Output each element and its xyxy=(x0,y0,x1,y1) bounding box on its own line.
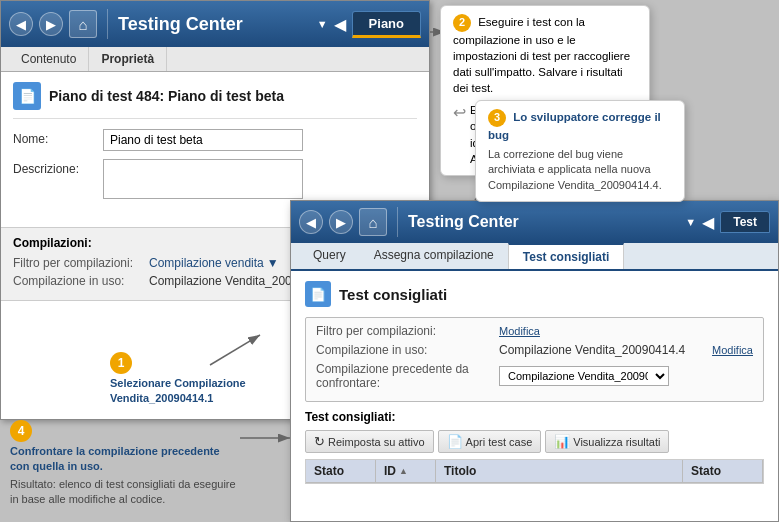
callout-num-2: 2 xyxy=(453,14,471,32)
callout-4-link[interactable]: Confrontare la compilazione precedenteco… xyxy=(10,444,240,474)
desc-label: Descrizione: xyxy=(13,159,93,176)
test-consigliati-label: Test consigliati: xyxy=(305,410,764,424)
back-sub-tabs: Contenuto Proprietà xyxy=(1,47,429,72)
prev-comp-select[interactable]: Compilazione Vendita_20090414.1 xyxy=(499,366,669,386)
front-nav-triangle[interactable]: ◀ xyxy=(702,213,714,232)
filter-header-label: Filtro per compilazioni: xyxy=(316,324,491,338)
front-sub-tabs: Query Assegna compilazione Test consigli… xyxy=(291,243,778,271)
comp-in-uso-front-label: Compilazione in uso: xyxy=(316,343,491,357)
sub-tab-contenuto[interactable]: Contenuto xyxy=(9,47,89,71)
filter-box: Filtro per compilazioni: Modifica Compil… xyxy=(305,317,764,402)
front-tab-assegna[interactable]: Assegna compilazione xyxy=(360,243,508,269)
callout-3-body: La correzione del bug viene archiviata e… xyxy=(488,147,672,193)
front-section-title: 📄 Test consigliati xyxy=(305,281,764,307)
th-titolo: Titolo xyxy=(436,460,683,482)
filtro-select[interactable]: Compilazione vendita ▼ xyxy=(149,256,279,270)
th-id[interactable]: ID ▲ xyxy=(376,460,436,482)
reimposta-btn[interactable]: ↻ Reimposta su attivo xyxy=(305,430,434,453)
comp-in-uso-front-value: Compilazione Vendita_20090414.4 xyxy=(499,343,704,357)
front-tab-test[interactable]: Test xyxy=(720,211,770,233)
front-panel-title: Testing Center xyxy=(408,213,679,231)
front-title-dropdown[interactable]: ▼ xyxy=(685,216,696,228)
nome-input[interactable] xyxy=(103,129,303,151)
front-home-btn[interactable]: ⌂ xyxy=(359,208,387,236)
filter-header-row: Filtro per compilazioni: Modifica xyxy=(316,324,753,338)
filtro-label: Filtro per compilazioni: xyxy=(13,256,143,270)
nav-triangle-left[interactable]: ◀ xyxy=(334,15,346,34)
home-btn[interactable]: ⌂ xyxy=(69,10,97,38)
filtro-dropdown-icon[interactable]: ▼ xyxy=(267,256,279,270)
results-table: Stato ID ▲ Titolo Stato xyxy=(305,459,764,484)
callout-num-3: 3 xyxy=(488,109,506,127)
front-tab-query[interactable]: Query xyxy=(299,243,360,269)
th-stato: Stato xyxy=(306,460,376,482)
apri-test-icon: 📄 xyxy=(447,434,463,449)
apri-test-label: Apri test case xyxy=(466,436,533,448)
reimposta-label: Reimposta su attivo xyxy=(328,436,425,448)
callout-2-body: Eseguire i test con la compilazione in u… xyxy=(453,16,630,94)
filter-header-link[interactable]: Modifica xyxy=(499,325,540,337)
visualizza-btn[interactable]: 📊 Visualizza risultati xyxy=(545,430,669,453)
plan-title: Piano di test 484: Piano di test beta xyxy=(49,88,284,104)
plan-header: 📄 Piano di test 484: Piano di test beta xyxy=(13,82,417,119)
plan-icon: 📄 xyxy=(13,82,41,110)
reimposta-icon: ↻ xyxy=(314,434,325,449)
prev-comp-select-wrap: Compilazione Vendita_20090414.1 xyxy=(499,366,669,386)
front-tab-consigliati[interactable]: Test consigliati xyxy=(508,243,624,269)
visualizza-icon: 📊 xyxy=(554,434,570,449)
toolbar-row: ↻ Reimposta su attivo 📄 Apri test case 📊… xyxy=(305,430,764,453)
front-panel-header: ◀ ▶ ⌂ Testing Center ▼ ◀ Test xyxy=(291,201,778,243)
comp-in-uso-label: Compilazione in uso: xyxy=(13,274,143,288)
nome-label: Nome: xyxy=(13,129,93,146)
prev-comp-row: Compilazione precedente da confrontare: … xyxy=(316,362,753,390)
desc-row: Descrizione: xyxy=(13,159,417,199)
front-back-btn[interactable]: ◀ xyxy=(299,210,323,234)
title-dropdown-icon[interactable]: ▼ xyxy=(317,18,328,30)
callout-1-link[interactable]: Selezionare CompilazioneVendita_20090414… xyxy=(110,376,246,406)
visualizza-label: Visualizza risultati xyxy=(573,436,660,448)
comp-in-uso-front-row: Compilazione in uso: Compilazione Vendit… xyxy=(316,343,753,357)
front-section-icon: 📄 xyxy=(305,281,331,307)
forward-nav-btn[interactable]: ▶ xyxy=(39,12,63,36)
th-stato2: Stato xyxy=(683,460,763,482)
front-panel: ◀ ▶ ⌂ Testing Center ▼ ◀ Test Query Asse… xyxy=(290,200,779,522)
piano-tab[interactable]: Piano xyxy=(352,11,421,38)
callout-1-area: 1 Selezionare CompilazioneVendita_200904… xyxy=(110,352,246,406)
front-forward-btn[interactable]: ▶ xyxy=(329,210,353,234)
table-header: Stato ID ▲ Titolo Stato xyxy=(306,460,763,483)
back-panel-content: 📄 Piano di test 484: Piano di test beta … xyxy=(1,72,429,217)
callout-4-area: 4 Confrontare la compilazione precedente… xyxy=(10,420,240,506)
callout-4-body: Risultato: elenco di test consigliati da… xyxy=(10,477,240,507)
comp-in-uso-front-link[interactable]: Modifica xyxy=(712,344,753,356)
header-separator xyxy=(107,9,108,39)
callout-3-link[interactable]: Lo sviluppatore corregge il bug xyxy=(488,111,661,141)
callout-num-1: 1 xyxy=(110,352,132,374)
apri-test-btn[interactable]: 📄 Apri test case xyxy=(438,430,542,453)
filtro-value: Compilazione vendita xyxy=(149,256,264,270)
sub-tab-proprieta[interactable]: Proprietà xyxy=(89,47,167,71)
front-header-separator xyxy=(397,207,398,237)
prev-comp-label: Compilazione precedente da confrontare: xyxy=(316,362,491,390)
desc-textarea[interactable] xyxy=(103,159,303,199)
callout-num-4: 4 xyxy=(10,420,32,442)
back-panel-header: ◀ ▶ ⌂ Testing Center ▼ ◀ Piano xyxy=(1,1,429,47)
front-panel-content: 📄 Test consigliati Filtro per compilazio… xyxy=(291,271,778,494)
back-nav-btn[interactable]: ◀ xyxy=(9,12,33,36)
callout-bubble-3: 3 Lo sviluppatore corregge il bug La cor… xyxy=(475,100,685,202)
nome-row: Nome: xyxy=(13,129,417,151)
back-panel-title: Testing Center xyxy=(118,14,311,35)
id-sort-icon: ▲ xyxy=(399,466,408,476)
